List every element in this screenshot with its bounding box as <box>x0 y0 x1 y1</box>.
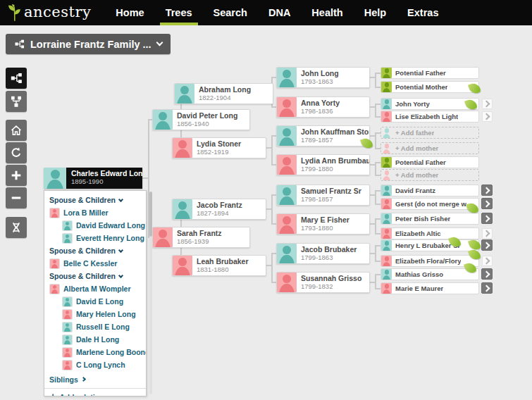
person-node-small[interactable]: Lise Elizabeth Light <box>381 111 479 123</box>
siblings-link[interactable]: Siblings <box>44 373 146 386</box>
list-item[interactable]: Russell E Long <box>44 320 146 333</box>
tree-canvas[interactable]: Lorraine Frantz Family ... <box>0 25 532 400</box>
person-node-small[interactable]: Peter Bish Fisher <box>381 213 479 225</box>
female-portrait-placeholder <box>381 143 392 154</box>
female-portrait-placeholder <box>63 361 72 370</box>
person-node-small[interactable]: Gerst (do not merge w <box>381 198 479 210</box>
expand-ancestors-button[interactable] <box>481 239 493 251</box>
expand-ancestors-button[interactable] <box>481 213 493 224</box>
add-mother-node[interactable]: + Add mother <box>381 142 479 154</box>
connector-line <box>375 245 376 262</box>
person-node-small[interactable]: David Frantz <box>381 185 479 196</box>
add-mother-node[interactable]: + Add mother <box>381 169 479 181</box>
female-portrait-placeholder <box>173 138 192 158</box>
spouse-children-header[interactable]: Spouse & Children <box>44 244 146 257</box>
person-node[interactable]: Jacob Frantz1827-1894 <box>172 199 266 220</box>
list-item[interactable]: David E Long <box>44 295 146 308</box>
nav-item-extras[interactable]: Extras <box>402 0 444 25</box>
person-node[interactable]: John Kauffman Stoner1789-1857 <box>276 125 370 146</box>
list-item[interactable]: Alberta M Wompler <box>44 282 146 295</box>
person-node-small[interactable]: Potential Mother <box>381 81 479 93</box>
person-node[interactable]: Susannah Grisso1799-1832 <box>276 272 370 293</box>
connector-line <box>375 233 381 235</box>
add-relative-button[interactable]: Add relative <box>44 390 146 396</box>
person-years: 1799-1832 <box>301 282 361 290</box>
nav-item-dna[interactable]: DNA <box>263 0 296 25</box>
person-node[interactable]: Lydia Stoner1852-1919 <box>172 137 266 158</box>
connector-line <box>375 116 381 118</box>
ancestry-logo[interactable]: ancestry <box>7 0 91 25</box>
connector-line <box>375 175 381 176</box>
list-item[interactable]: David Edward Long <box>44 219 146 232</box>
dna-button[interactable] <box>6 217 27 238</box>
connector-line <box>370 164 375 165</box>
add-father-node[interactable]: + Add father <box>381 127 479 139</box>
scrollbar-thumb[interactable] <box>149 192 152 237</box>
person-name: David Peter Long <box>177 111 237 120</box>
list-item[interactable]: C Long Lynch <box>44 358 146 371</box>
list-item[interactable]: Lora B Miller <box>44 206 146 219</box>
list-item[interactable]: Mary Helen Long <box>44 308 146 320</box>
female-portrait-placeholder <box>50 208 59 218</box>
person-years: 1856-1939 <box>177 237 222 245</box>
spouse-children-header[interactable]: Spouse & Children <box>44 194 146 206</box>
person-node[interactable]: Jacob Brubaker1799-1863 <box>276 243 370 264</box>
connector-line <box>271 135 273 165</box>
zoom-in-button[interactable] <box>6 165 27 186</box>
person-node[interactable]: John Long1793-1863 <box>276 67 370 88</box>
person-years: 1798-1836 <box>301 107 340 115</box>
home-button[interactable] <box>6 120 27 141</box>
person-years: 1789-1857 <box>301 136 365 144</box>
nav-item-search[interactable]: Search <box>208 0 253 25</box>
spouse-children-header[interactable]: Spouse & Children <box>44 270 146 282</box>
person-node[interactable]: Anna Yorty1798-1836 <box>276 96 370 118</box>
zoom-out-button[interactable] <box>6 187 27 208</box>
expand-ancestors-button[interactable] <box>482 228 493 239</box>
person-node-small[interactable]: Potential Father <box>381 67 479 79</box>
expand-ancestors-button[interactable] <box>481 282 493 294</box>
person-node-small[interactable]: Marie E Maurer <box>381 282 479 294</box>
person-node-small[interactable]: Elizabeth Altic <box>381 227 479 239</box>
person-node[interactable]: Lydia Ann Brumbaugh1799-1880 <box>276 154 370 175</box>
family-view-icon <box>10 95 23 108</box>
list-item[interactable]: Marlene Long Boone <box>44 346 146 358</box>
list-item[interactable]: Belle C Kessler <box>44 257 146 270</box>
person-node[interactable]: Mary E Fisher1793-1880 <box>276 213 370 235</box>
person-node-small[interactable]: Henry L Brubaker Sr <box>381 239 479 251</box>
connector-line <box>370 253 375 254</box>
connector-line <box>375 261 381 262</box>
person-node[interactable]: David Peter Long1856-1940 <box>152 109 250 130</box>
expand-ancestors-button[interactable] <box>482 256 493 266</box>
expand-ancestors-button[interactable] <box>482 111 493 122</box>
person-node-small[interactable]: Potential Father <box>381 156 479 168</box>
nav-item-trees[interactable]: Trees <box>160 0 198 25</box>
person-node[interactable]: Leah Brubaker1831-1880 <box>172 255 266 276</box>
pedigree-view-button[interactable] <box>6 68 27 89</box>
person-node[interactable]: Sarah Frantz1856-1939 <box>152 227 250 248</box>
person-name: Susannah Grisso <box>301 274 361 282</box>
expand-ancestors-button[interactable] <box>482 99 493 109</box>
person-node-small[interactable]: John Yorty <box>381 98 479 110</box>
root-person-node[interactable]: Charles Edward Long 1895-1990 <box>44 168 142 189</box>
reset-view-button[interactable] <box>6 142 27 163</box>
hint-leaf-icon[interactable] <box>360 137 373 150</box>
connector-line <box>375 218 376 235</box>
hint-leaf-icon[interactable] <box>468 82 481 95</box>
nav-item-home[interactable]: Home <box>110 0 149 25</box>
list-item[interactable]: Everett Henry Long <box>44 232 146 244</box>
family-view-button[interactable] <box>6 91 27 112</box>
list-item[interactable]: Dale H Long <box>44 333 146 346</box>
nav-item-help[interactable]: Help <box>359 0 392 25</box>
expand-ancestors-button[interactable] <box>481 268 493 280</box>
person-node[interactable]: Abraham Long1822-1904 <box>174 83 273 104</box>
person-years: 1799-1880 <box>301 165 365 173</box>
chevron-down-icon <box>118 247 123 252</box>
tree-selector-button[interactable]: Lorraine Frantz Family ... <box>6 34 171 54</box>
person-node-small[interactable]: Mathias Grisso <box>381 268 479 280</box>
connector-line <box>370 282 375 283</box>
expand-ancestors-button[interactable] <box>481 198 493 209</box>
nav-item-health[interactable]: Health <box>306 0 348 25</box>
person-node[interactable]: Samuel Frantz Sr1798-1857 <box>276 185 370 206</box>
male-portrait-placeholder <box>381 240 392 251</box>
expand-ancestors-button[interactable] <box>481 185 493 196</box>
